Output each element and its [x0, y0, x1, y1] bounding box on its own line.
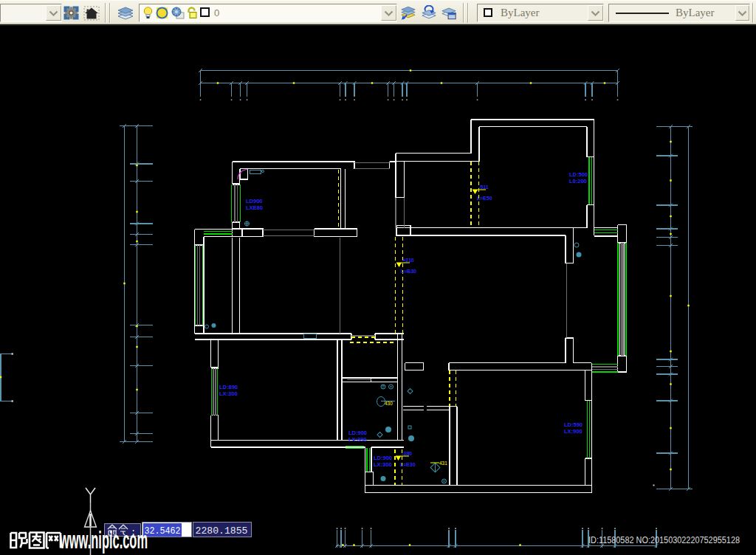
svg-text:LX:300: LX:300 — [374, 461, 392, 468]
svg-text:L0:200: L0:200 — [569, 178, 587, 185]
svg-text:+310: +310 — [402, 258, 414, 263]
svg-text:L≈B30: L≈B30 — [401, 269, 416, 274]
svg-text:LX:300: LX:300 — [219, 390, 238, 397]
svg-text:LD900: LD900 — [246, 198, 263, 204]
svg-text:LD:900: LD:900 — [348, 430, 367, 436]
svg-text:LD:590: LD:590 — [564, 421, 583, 428]
svg-text:LX:390: LX:390 — [348, 436, 367, 443]
svg-text:32.5462: 32.5462 — [145, 525, 181, 537]
svg-text:www.nipic.com: www.nipic.com — [60, 526, 148, 554]
svg-text:L≈E50: L≈E50 — [477, 196, 492, 201]
svg-text:431: 431 — [439, 461, 447, 466]
svg-text:LXE80: LXE80 — [246, 204, 263, 211]
svg-text:ID:11580582 NO:201503022207529: ID:11580582 NO:20150302220752955128 — [588, 535, 740, 545]
svg-text:LX:900: LX:900 — [564, 428, 583, 435]
svg-text:-511: -511 — [478, 185, 489, 190]
svg-text:430: 430 — [385, 401, 393, 406]
svg-text:LD:900: LD:900 — [374, 455, 392, 461]
svg-text:L≈E30: L≈E30 — [400, 462, 416, 467]
svg-text:2280.1855: 2280.1855 — [196, 525, 248, 537]
svg-text:-380: -380 — [402, 451, 412, 456]
